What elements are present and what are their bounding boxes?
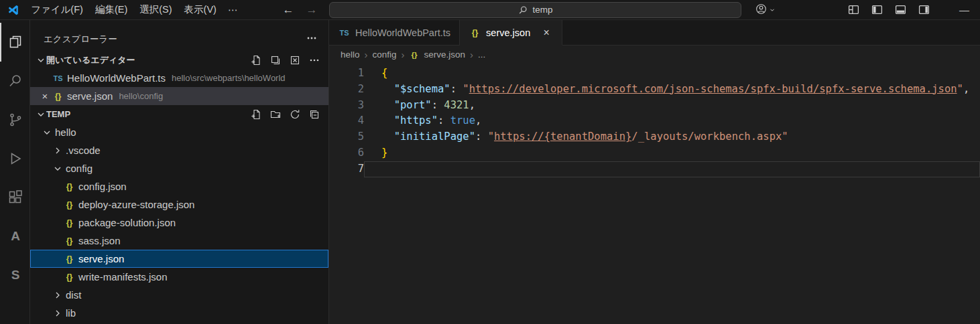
layout-controls: — [847, 3, 980, 17]
chevron-down-icon [36, 55, 46, 66]
tree-item-package-solution-json[interactable]: {}package-solution.json [30, 214, 328, 232]
code-line-6: 6} [329, 145, 980, 161]
menu-selection[interactable]: 選択(S) [133, 1, 178, 18]
json-file-icon: {} [63, 218, 76, 228]
workspace-section-header[interactable]: TEMP [30, 105, 328, 123]
activity-search-icon[interactable] [0, 62, 29, 100]
tree-item-config-json[interactable]: {}config.json [30, 177, 328, 195]
vscode-window: ファイル(F) 編集(E) 選択(S) 表示(V) ⋯ ← → temp [0, 0, 980, 324]
minimize-window-button[interactable]: — [955, 4, 973, 15]
tree-item-serve-json[interactable]: {}serve.json [30, 250, 328, 268]
tree-item-deploy-azure-storage-json[interactable]: {}deploy-azure-storage.json [30, 195, 328, 214]
line-number: 7 [329, 161, 364, 177]
json-file-icon: {} [410, 51, 420, 59]
activity-spfx-toolkit-icon[interactable]: S [0, 256, 29, 295]
json-file-icon: {} [63, 200, 76, 210]
breadcrumb-folder-hello[interactable]: hello [341, 50, 360, 60]
activity-explorer-icon[interactable] [0, 23, 29, 62]
save-all-icon[interactable] [268, 53, 283, 68]
line-number: 3 [329, 98, 364, 114]
json-file-icon: {} [63, 236, 76, 246]
activity-run-debug-icon[interactable] [0, 139, 29, 178]
json-file-icon: {} [63, 254, 76, 264]
open-editors-section-header[interactable]: 開いているエディター [30, 51, 328, 69]
chevron-right-icon [52, 290, 63, 301]
code-lines: 1{2 "$schema": "https://developer.micros… [329, 66, 980, 177]
open-editors-list: TSHelloWorldWebPart.tshello\src\webparts… [30, 69, 328, 105]
code-line-1: 1{ [329, 66, 980, 82]
json-file-icon: {} [63, 182, 76, 191]
vscode-logo-icon [7, 4, 19, 16]
explorer-more-actions-icon[interactable] [304, 31, 319, 46]
tree-item-sass-json[interactable]: {}sass.json [30, 232, 328, 250]
chevron-right-icon [52, 308, 63, 319]
tree-item-write-manifests-json[interactable]: {}write-manifests.json [30, 268, 328, 286]
new-untitled-file-icon[interactable] [249, 53, 263, 68]
customize-layout-button[interactable] [847, 3, 860, 17]
code-line-7: 7 [329, 161, 980, 177]
accounts-button[interactable] [755, 3, 776, 17]
sidebar-title: エクスプローラー [44, 33, 117, 46]
code-editor[interactable]: 1{2 "$schema": "https://developer.micros… [329, 64, 980, 324]
tree-item-config[interactable]: config [30, 159, 328, 177]
close-editor-icon[interactable]: × [38, 90, 52, 102]
search-icon [518, 5, 528, 15]
refresh-explorer-icon[interactable] [288, 107, 302, 122]
open-editor-item-serve-json[interactable]: ×{}serve.jsonhello\config [30, 87, 328, 105]
activity-bar: A S [0, 20, 30, 324]
breadcrumb-symbol-path[interactable]: ... [478, 50, 485, 60]
menu-file[interactable]: ファイル(F) [25, 1, 89, 18]
open-editors-more-actions-icon[interactable] [307, 53, 322, 68]
open-editors-label: 開いているエディター [46, 54, 135, 66]
tab-bar: TS HelloWorldWebPart.ts {} serve.json × [329, 20, 980, 46]
toggle-panel-button[interactable] [894, 3, 907, 17]
tab-label: serve.json [486, 27, 530, 38]
line-number: 4 [329, 113, 364, 129]
breadcrumb-separator: › [402, 49, 405, 60]
toggle-secondary-sidebar-button[interactable] [917, 3, 930, 17]
breadcrumb-file-serve-json[interactable]: serve.json [424, 50, 466, 60]
menu-view[interactable]: 表示(V) [178, 1, 223, 18]
file-tree: hello.vscodeconfig{}config.json{}deploy-… [30, 123, 328, 324]
tab-helloworldwebpart-ts[interactable]: TS HelloWorldWebPart.ts [329, 20, 460, 45]
close-all-editors-icon[interactable] [288, 53, 302, 68]
line-number: 1 [329, 66, 364, 82]
typescript-file-icon: TS [338, 29, 351, 37]
tab-serve-json[interactable]: {} serve.json × [460, 20, 562, 45]
breadcrumb-folder-config[interactable]: config [373, 50, 397, 60]
tree-item--vscode[interactable]: .vscode [30, 141, 328, 159]
tab-bar-empty-space [562, 20, 980, 45]
close-tab-icon[interactable]: × [540, 26, 553, 39]
go-forward-button[interactable]: → [306, 3, 317, 17]
tree-item-lib[interactable]: lib [30, 304, 328, 322]
chevron-down-icon [42, 127, 52, 138]
collapse-folders-icon[interactable] [307, 107, 322, 122]
go-back-button[interactable]: ← [282, 3, 294, 17]
chevron-down-icon [52, 163, 63, 174]
line-number: 2 [329, 82, 364, 98]
activity-extensions-icon[interactable] [0, 178, 29, 217]
activity-source-control-icon[interactable] [0, 100, 29, 139]
typescript-file-icon: TS [52, 74, 64, 82]
menu-edit[interactable]: 編集(E) [89, 1, 133, 18]
command-center-search[interactable]: temp [329, 2, 741, 18]
breadcrumb-separator: › [365, 49, 368, 60]
tree-item-dist[interactable]: dist [30, 286, 328, 304]
chevron-down-icon [36, 109, 46, 120]
tab-label: HelloWorldWebPart.ts [355, 27, 450, 38]
more-menus-button[interactable]: ⋯ [223, 3, 244, 17]
history-navigation: ← → [282, 3, 317, 17]
breadcrumb: hello › config › {} serve.json › ... [329, 46, 980, 64]
activity-azure-icon[interactable]: A [0, 217, 29, 256]
code-line-4: 4 "https": true, [329, 113, 980, 129]
chevron-down-icon [769, 5, 776, 15]
open-editor-item-helloworldwebpart-ts[interactable]: TSHelloWorldWebPart.tshello\src\webparts… [30, 69, 328, 87]
json-file-icon: {} [63, 272, 76, 282]
title-bar: ファイル(F) 編集(E) 選択(S) 表示(V) ⋯ ← → temp [0, 0, 980, 20]
new-file-icon[interactable] [249, 107, 263, 122]
tree-item-hello[interactable]: hello [30, 123, 328, 141]
new-folder-icon[interactable] [268, 107, 283, 122]
toggle-primary-sidebar-button[interactable] [870, 3, 883, 17]
sidebar-header: エクスプローラー [30, 20, 328, 51]
code-line-2: 2 "$schema": "https://developer.microsof… [329, 82, 980, 98]
